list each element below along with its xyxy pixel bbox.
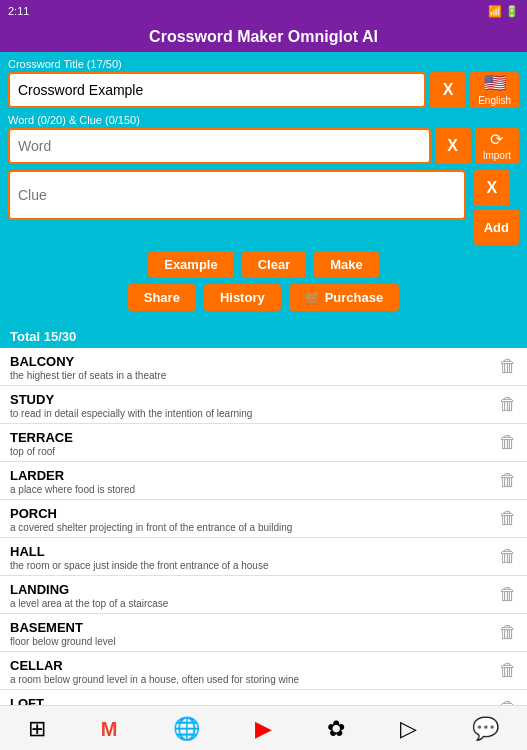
word-clue: a room below ground level in a house, of… xyxy=(10,674,491,685)
delete-icon[interactable]: 🗑 xyxy=(491,620,517,643)
word-input[interactable] xyxy=(8,128,431,164)
action-buttons-row1: Example Clear Make xyxy=(8,251,519,278)
word-item-content: PORCH a covered shelter projecting in fr… xyxy=(10,506,491,533)
word-clue: a place where food is stored xyxy=(10,484,491,495)
delete-icon[interactable]: 🗑 xyxy=(491,392,517,415)
delete-icon[interactable]: 🗑 xyxy=(491,582,517,605)
clue-buttons: X Add xyxy=(470,170,519,245)
language-btn[interactable]: 🇺🇸 English xyxy=(470,72,519,108)
play-store-icon[interactable]: ▷ xyxy=(400,716,417,742)
word-item-content: LANDING a level area at the top of a sta… xyxy=(10,582,491,609)
word-list-container: BALCONY the highest tier of seats in a t… xyxy=(0,348,527,750)
word-item: CELLAR a room below ground level in a ho… xyxy=(0,652,527,690)
cart-icon: 🛒 xyxy=(305,290,321,305)
word-item-content: LARDER a place where food is stored xyxy=(10,468,491,495)
import-label: Import xyxy=(483,150,511,162)
crossword-title-input[interactable] xyxy=(8,72,426,108)
delete-icon[interactable]: 🗑 xyxy=(491,468,517,491)
word-list: BALCONY the highest tier of seats in a t… xyxy=(0,348,527,750)
word-item: STUDY to read in detail especially with … xyxy=(0,386,527,424)
chrome-nav-icon[interactable]: 🌐 xyxy=(173,716,200,742)
total-label: Total 15/30 xyxy=(0,325,527,348)
word-item-content: HALL the room or space just inside the f… xyxy=(10,544,491,571)
word-field-row: X ⟳ Import xyxy=(8,128,519,164)
word-name: BASEMENT xyxy=(10,620,491,635)
title-clear-btn[interactable]: X xyxy=(430,72,466,108)
word-clue: floor below ground level xyxy=(10,636,491,647)
delete-icon[interactable]: 🗑 xyxy=(491,354,517,377)
word-item: LANDING a level area at the top of a sta… xyxy=(0,576,527,614)
youtube-nav-icon[interactable]: ▶ xyxy=(255,716,272,742)
word-item: LARDER a place where food is stored 🗑 xyxy=(0,462,527,500)
make-btn[interactable]: Make xyxy=(314,251,379,278)
word-item: BASEMENT floor below ground level 🗑 xyxy=(0,614,527,652)
word-clear-btn[interactable]: X xyxy=(435,128,471,164)
word-item-content: STUDY to read in detail especially with … xyxy=(10,392,491,419)
message-nav-icon[interactable]: 💬 xyxy=(472,716,499,742)
delete-icon[interactable]: 🗑 xyxy=(491,506,517,529)
word-item-content: TERRACE top of roof xyxy=(10,430,491,457)
word-item: HALL the room or space just inside the f… xyxy=(0,538,527,576)
word-name: PORCH xyxy=(10,506,491,521)
word-clue: to read in detail especially with the in… xyxy=(10,408,491,419)
word-item-content: BASEMENT floor below ground level xyxy=(10,620,491,647)
word-clue: a covered shelter projecting in front of… xyxy=(10,522,491,533)
word-name: LANDING xyxy=(10,582,491,597)
action-buttons-row2: Share History 🛒 Purchase xyxy=(8,284,519,311)
example-btn[interactable]: Example xyxy=(148,251,233,278)
app-header: Crossword Maker Omniglot AI xyxy=(0,22,527,52)
word-item: BALCONY the highest tier of seats in a t… xyxy=(0,348,527,386)
app-title: Crossword Maker Omniglot AI xyxy=(149,28,378,45)
word-clue: the highest tier of seats in a theatre xyxy=(10,370,491,381)
delete-icon[interactable]: 🗑 xyxy=(491,430,517,453)
language-label: English xyxy=(478,95,511,107)
share-btn[interactable]: Share xyxy=(128,284,196,311)
clear-btn[interactable]: Clear xyxy=(242,251,307,278)
import-arrow-icon: ⟳ xyxy=(490,130,503,149)
flag-icon: 🇺🇸 xyxy=(484,73,506,95)
word-name: LARDER xyxy=(10,468,491,483)
word-item-content: CELLAR a room below ground level in a ho… xyxy=(10,658,491,685)
word-item: TERRACE top of roof 🗑 xyxy=(0,424,527,462)
bottom-nav: ⊞ M 🌐 ▶ ✿ ▷ 💬 xyxy=(0,705,527,750)
word-name: BALCONY xyxy=(10,354,491,369)
status-bar: 2:11 📶 🔋 xyxy=(0,0,527,22)
history-btn[interactable]: History xyxy=(204,284,281,311)
import-btn[interactable]: ⟳ Import xyxy=(475,128,519,164)
word-clue: the room or space just inside the front … xyxy=(10,560,491,571)
status-time: 2:11 xyxy=(8,5,29,17)
word-clue: a level area at the top of a staircase xyxy=(10,598,491,609)
word-item: PORCH a covered shelter projecting in fr… xyxy=(0,500,527,538)
form-area: Crossword Title (17/50) X 🇺🇸 English Wor… xyxy=(0,52,527,325)
purchase-label: Purchase xyxy=(325,290,384,305)
clue-clear-btn[interactable]: X xyxy=(474,170,510,206)
word-name: STUDY xyxy=(10,392,491,407)
word-item-content: BALCONY the highest tier of seats in a t… xyxy=(10,354,491,381)
title-field-label: Crossword Title (17/50) xyxy=(8,58,519,70)
mail-nav-icon[interactable]: M xyxy=(101,718,118,741)
word-clue: top of roof xyxy=(10,446,491,457)
delete-icon[interactable]: 🗑 xyxy=(491,658,517,681)
clue-field-row: X Add xyxy=(8,170,519,245)
title-field-row: X 🇺🇸 English xyxy=(8,72,519,108)
add-btn[interactable]: Add xyxy=(474,209,519,245)
grid-nav-icon[interactable]: ⊞ xyxy=(28,716,46,742)
purchase-btn[interactable]: 🛒 Purchase xyxy=(289,284,400,311)
word-field-label: Word (0/20) & Clue (0/150) xyxy=(8,114,519,126)
clue-input[interactable] xyxy=(8,170,466,220)
word-name: HALL xyxy=(10,544,491,559)
word-name: CELLAR xyxy=(10,658,491,673)
delete-icon[interactable]: 🗑 xyxy=(491,544,517,567)
photos-nav-icon[interactable]: ✿ xyxy=(327,716,345,742)
word-name: TERRACE xyxy=(10,430,491,445)
status-icons: 📶 🔋 xyxy=(488,5,519,18)
